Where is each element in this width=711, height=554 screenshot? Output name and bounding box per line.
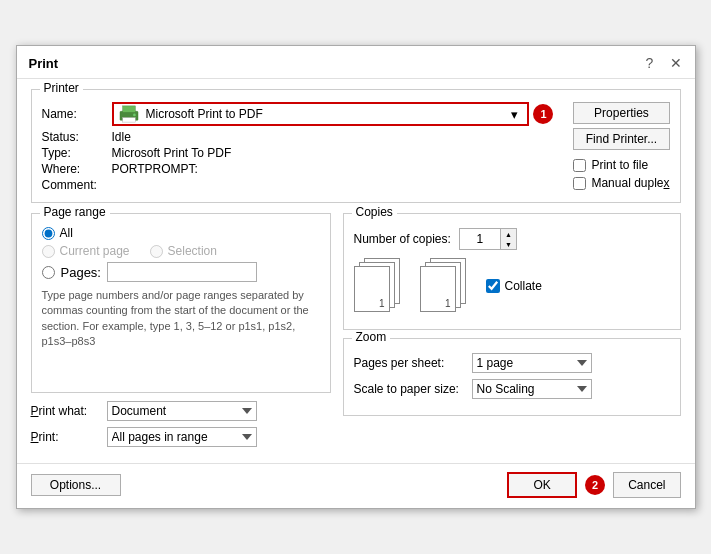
all-radio[interactable]: [42, 227, 55, 240]
ok-button-wrap: OK 2: [507, 472, 605, 498]
manual-duplex-label: Manual duplex: [591, 176, 669, 190]
printer-dropdown-arrow[interactable]: ▾: [505, 105, 523, 123]
status-value: Idle: [112, 130, 554, 144]
manual-duplex-row: Manual duplex: [573, 176, 669, 190]
help-button[interactable]: ?: [639, 52, 661, 74]
scale-label: Scale to paper size:: [354, 382, 464, 396]
close-button[interactable]: ✕: [665, 52, 687, 74]
left-column: Page range All Current page: [31, 213, 331, 453]
spinner-buttons: ▲ ▼: [500, 229, 516, 249]
manual-duplex-x: x: [664, 176, 670, 190]
pages-per-sheet-select[interactable]: 1 page: [472, 353, 592, 373]
printer-buttons: Properties Find Printer... Print to file…: [573, 102, 669, 190]
dialog-body: Printer Name:: [17, 79, 695, 463]
collate-checkbox-row: Collate: [486, 279, 542, 293]
pages-radio[interactable]: [42, 266, 55, 279]
current-page-radio-row: Current page: [42, 244, 130, 258]
copies-section: Copies Number of copies: ▲ ▼: [343, 213, 681, 330]
status-label: Status:: [42, 130, 112, 144]
printer-badge: 1: [533, 104, 553, 124]
collate-stack-1: 3 2 1: [354, 258, 404, 313]
print-select[interactable]: All pages in range: [107, 427, 257, 447]
footer-right: OK 2 Cancel: [507, 472, 680, 498]
svg-point-3: [133, 114, 136, 117]
scale-row: Scale to paper size: No Scaling: [354, 379, 670, 399]
print-dialog: Print ? ✕ Printer Name:: [16, 45, 696, 509]
options-button[interactable]: Options...: [31, 474, 121, 496]
pages-label[interactable]: Pages:: [61, 265, 101, 280]
radio-inline-row: Current page Selection: [42, 244, 320, 262]
copies-input[interactable]: [460, 230, 500, 248]
cancel-button[interactable]: Cancel: [613, 472, 680, 498]
page-range-section: Page range All Current page: [31, 213, 331, 393]
right-column: Copies Number of copies: ▲ ▼: [343, 213, 681, 453]
spin-up-button[interactable]: ▲: [500, 229, 516, 239]
manual-duplex-text: Manual duplex: [591, 176, 669, 190]
collate-label[interactable]: Collate: [505, 279, 542, 293]
page-range-label: Page range: [40, 205, 110, 219]
pages-input[interactable]: [107, 262, 257, 282]
current-page-label[interactable]: Current page: [60, 244, 130, 258]
pages-per-sheet-row: Pages per sheet: 1 page: [354, 353, 670, 373]
ok-button[interactable]: OK: [507, 472, 577, 498]
dialog-footer: Options... OK 2 Cancel: [17, 463, 695, 508]
svg-rect-2: [122, 118, 135, 123]
name-label: Name:: [42, 107, 112, 121]
print-what-select[interactable]: Document: [107, 401, 257, 421]
print-what-row: Print what: Document Print: All pages in…: [31, 401, 331, 447]
dialog-title: Print: [29, 56, 59, 71]
printer-icon: [118, 105, 140, 123]
print-what-label: Print what:: [31, 404, 101, 418]
comment-value: [112, 178, 554, 192]
footer-left: Options...: [31, 474, 121, 496]
printer-right-options: Print to file Manual duplex: [573, 158, 669, 190]
printer-name-dropdown[interactable]: Microsoft Print to PDF ▾: [112, 102, 530, 126]
type-value: Microsoft Print To PDF: [112, 146, 554, 160]
manual-duplex-checkbox[interactable]: [573, 177, 586, 190]
printer-name-text: Microsoft Print to PDF: [146, 107, 506, 121]
spin-down-button[interactable]: ▼: [500, 239, 516, 249]
print-to-file-label[interactable]: Print to file: [591, 158, 648, 172]
scale-select[interactable]: No Scaling: [472, 379, 592, 399]
print-to-file-checkbox[interactable]: [573, 159, 586, 172]
collate-checkbox[interactable]: [486, 279, 500, 293]
collate-area: 3 2 1 3 2 1 Collate: [354, 258, 670, 313]
page-card-1-front: 1: [354, 266, 390, 312]
find-printer-button[interactable]: Find Printer...: [573, 128, 669, 150]
all-label[interactable]: All: [60, 226, 73, 240]
printer-section-label: Printer: [40, 81, 83, 95]
print-to-file-row: Print to file: [573, 158, 669, 172]
comment-label: Comment:: [42, 178, 112, 192]
selection-label[interactable]: Selection: [168, 244, 217, 258]
current-page-radio[interactable]: [42, 245, 55, 258]
properties-button[interactable]: Properties: [573, 102, 669, 124]
page-num-1-front: 1: [379, 298, 385, 309]
page-num-2-front: 1: [445, 298, 451, 309]
copies-number-label: Number of copies:: [354, 232, 451, 246]
copies-label: Copies: [352, 205, 397, 219]
print-what-option-row: Print what: Document: [31, 401, 331, 421]
ok-badge: 2: [585, 475, 605, 495]
printer-section: Printer Name:: [31, 89, 681, 203]
type-label: Type:: [42, 146, 112, 160]
pages-per-sheet-label: Pages per sheet:: [354, 356, 464, 370]
copies-spinner: ▲ ▼: [459, 228, 517, 250]
selection-radio-row: Selection: [150, 244, 217, 258]
where-label: Where:: [42, 162, 112, 176]
pages-row: Pages:: [42, 262, 320, 282]
all-radio-row: All: [42, 226, 320, 240]
copies-row: Number of copies: ▲ ▼: [354, 228, 670, 250]
zoom-section: Zoom Pages per sheet: 1 page Scale to pa…: [343, 338, 681, 416]
where-value: PORTPROMPT:: [112, 162, 554, 176]
main-columns: Page range All Current page: [31, 213, 681, 453]
pages-hint: Type page numbers and/or page ranges sep…: [42, 288, 320, 350]
print-option-row: Print: All pages in range: [31, 427, 331, 447]
title-bar-buttons: ? ✕: [639, 52, 687, 74]
page-card-2-front: 1: [420, 266, 456, 312]
title-bar: Print ? ✕: [17, 46, 695, 79]
svg-rect-1: [122, 106, 135, 112]
print-label: Print:: [31, 430, 101, 444]
collate-stack-2: 3 2 1: [420, 258, 470, 313]
zoom-label: Zoom: [352, 330, 391, 344]
selection-radio[interactable]: [150, 245, 163, 258]
